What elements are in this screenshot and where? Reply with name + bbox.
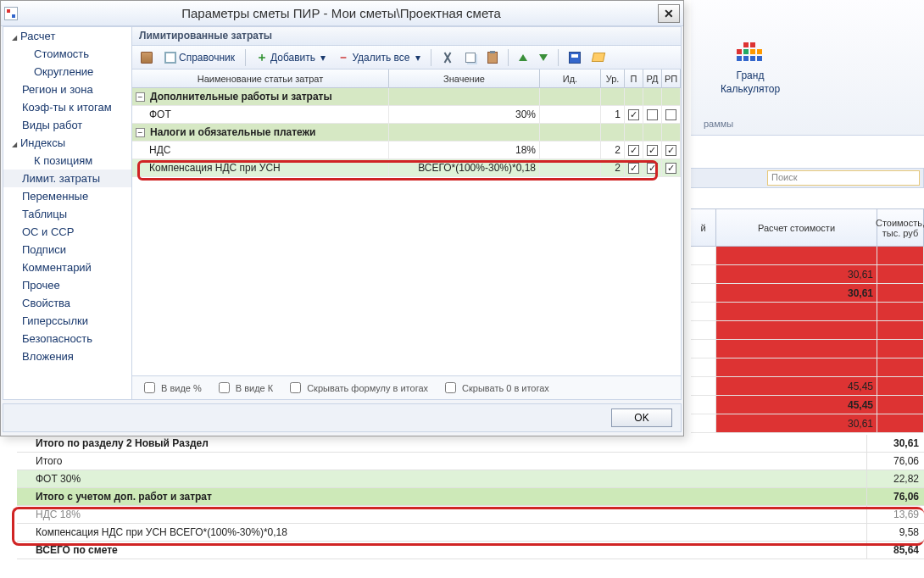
tb-move-down[interactable] — [534, 53, 553, 63]
grid-body[interactable]: −Дополнительные работы и затратыФОТ30%1−… — [132, 88, 681, 375]
col-name[interactable]: Наименование статьи затрат — [132, 69, 389, 87]
col-rd[interactable]: РД — [643, 69, 662, 87]
checkbox[interactable] — [665, 163, 676, 174]
summary-label: ВСЕГО по смете — [17, 544, 866, 556]
col-level[interactable]: Ур. — [601, 69, 625, 87]
grid-row[interactable]: −Налоги и обязательные платежи — [132, 124, 681, 142]
nav-item-17[interactable]: Безопасность — [3, 330, 131, 347]
nav-item-4[interactable]: Коэф-ты к итогам — [3, 98, 131, 116]
nav-item-13[interactable]: Комментарий — [3, 258, 131, 276]
checkbox[interactable] — [665, 145, 676, 156]
grid-row[interactable]: НДС18%2 — [132, 142, 681, 159]
summary-value: 13,69 — [866, 506, 924, 523]
nav-item-14[interactable]: Прочее — [3, 276, 131, 294]
nav-item-11[interactable]: ОС и ССР — [3, 223, 131, 241]
checkbox[interactable] — [647, 163, 658, 174]
col-value[interactable]: Значение — [389, 69, 540, 87]
tb-delete-all[interactable]: －Удалить все ▾ — [332, 50, 425, 65]
nav-item-1[interactable]: Стоимость — [3, 45, 131, 63]
nav-item-18[interactable]: Вложения — [3, 347, 131, 365]
ribbon-calculator-group[interactable]: Гранд Калькулятор — [704, 42, 797, 96]
summary-row: ВСЕГО по смете85,64 — [17, 542, 924, 559]
nav-item-16[interactable]: Гиперссылки — [3, 312, 131, 330]
nav-item-9[interactable]: Переменные — [3, 187, 131, 205]
nav-item-12[interactable]: Подписи — [3, 241, 131, 258]
grid-row[interactable]: Компенсация НДС при УСНВСЕГО*(100%-30%)*… — [132, 159, 681, 177]
nav-item-6[interactable]: Индексы — [3, 134, 131, 152]
ok-button[interactable]: OK — [611, 408, 672, 427]
grid-row[interactable]: ФОТ30%1 — [132, 106, 681, 124]
checkbox[interactable] — [628, 163, 639, 174]
nav-tree[interactable]: РасчетСтоимостьОкруглениеРегион и зонаКо… — [3, 26, 132, 400]
arrow-up-icon — [519, 54, 527, 61]
summary-table: Итого по разделу 2 Новый Раздел30,61Итог… — [17, 435, 924, 559]
tb-book[interactable] — [136, 50, 158, 65]
row-value: 30% — [389, 106, 540, 123]
summary-label: Итого по разделу 2 Новый Раздел — [17, 437, 866, 449]
nav-item-0[interactable]: Расчет — [3, 27, 131, 45]
ribbon: Гранд Калькулятор раммы — [691, 0, 924, 136]
open-icon — [592, 53, 605, 62]
tb-add-label: Добавить — [270, 52, 315, 64]
summary-value: 22,82 — [866, 470, 924, 487]
book-icon — [141, 52, 153, 64]
tb-reference-label: Справочник — [179, 52, 235, 64]
checkbox[interactable] — [628, 109, 639, 120]
nav-item-3[interactable]: Регион и зона — [3, 81, 131, 98]
nav-item-10[interactable]: Таблицы — [3, 205, 131, 223]
summary-label: Итого с учетом доп. работ и затрат — [17, 491, 866, 503]
nav-item-8[interactable]: Лимит. затраты — [3, 170, 131, 187]
col-rp[interactable]: РП — [662, 69, 681, 87]
tb-reference[interactable]: Справочник — [159, 50, 240, 65]
summary-value: 9,58 — [866, 524, 924, 541]
bg-val: 30,61 — [716, 414, 877, 432]
checkbox[interactable] — [647, 109, 658, 120]
chk-hide-zero[interactable]: Скрывать 0 в итогах — [442, 380, 549, 396]
save-icon — [569, 52, 581, 64]
col-p[interactable]: П — [625, 69, 643, 87]
tb-save[interactable] — [564, 50, 586, 65]
checkbox[interactable] — [665, 109, 676, 120]
panel-toolbar: Справочник ＋Добавить ▾ －Удалить все ▾ — [132, 46, 681, 69]
search-input[interactable]: Поиск — [767, 170, 920, 186]
row-name: ФОТ — [132, 106, 389, 123]
nav-item-15[interactable]: Свойства — [3, 294, 131, 312]
dialog-footer: OK — [3, 403, 682, 432]
minus-icon: － — [337, 52, 349, 64]
tb-open[interactable] — [587, 51, 610, 64]
summary-value: 76,06 — [866, 453, 924, 470]
grid-header: Наименование статьи затрат Значение Ид. … — [132, 69, 681, 88]
tb-copy[interactable] — [460, 51, 481, 64]
row-value: ВСЕГО*(100%-30%)*0,18 — [389, 159, 540, 176]
checkbox[interactable] — [628, 145, 639, 156]
nav-item-2[interactable]: Округление — [3, 63, 131, 81]
summary-value: 30,61 — [866, 435, 924, 452]
col-id[interactable]: Ид. — [540, 69, 601, 87]
summary-row: Итого с учетом доп. работ и затрат76,06 — [17, 488, 924, 506]
nav-item-7[interactable]: К позициям — [3, 152, 131, 170]
grid-row[interactable]: −Дополнительные работы и затраты — [132, 88, 681, 106]
close-button[interactable]: ✕ — [658, 4, 680, 23]
tb-paste[interactable] — [482, 50, 503, 65]
summary-label: Итого — [17, 455, 866, 467]
reference-icon — [164, 52, 176, 64]
dialog-titlebar: Параметры сметы ПИР - Мои сметы\Проектна… — [1, 1, 683, 26]
grp-name: −Налоги и обязательные платежи — [132, 124, 389, 141]
tb-cut[interactable] — [437, 50, 459, 65]
chk-hide-formula[interactable]: Скрывать формулу в итогах — [287, 380, 428, 396]
search-band: Поиск — [691, 168, 924, 188]
summary-value: 85,64 — [866, 542, 924, 559]
tb-move-up[interactable] — [514, 53, 532, 63]
bg-val: 30,61 — [716, 284, 877, 302]
ribbon-group-name: раммы — [704, 119, 733, 129]
tb-add[interactable]: ＋Добавить ▾ — [251, 50, 331, 65]
chk-k[interactable]: В виде К — [215, 380, 273, 396]
nav-item-5[interactable]: Виды работ — [3, 116, 131, 134]
summary-row: Итого76,06 — [17, 453, 924, 470]
checkbox[interactable] — [647, 145, 658, 156]
calculator-icon — [737, 42, 764, 66]
chk-percent[interactable]: В виде % — [141, 380, 202, 396]
bg-col-cost: Стоимость, тыс. руб — [877, 209, 924, 247]
bg-val: 45,45 — [716, 396, 877, 414]
summary-label: ФОТ 30% — [17, 473, 866, 485]
